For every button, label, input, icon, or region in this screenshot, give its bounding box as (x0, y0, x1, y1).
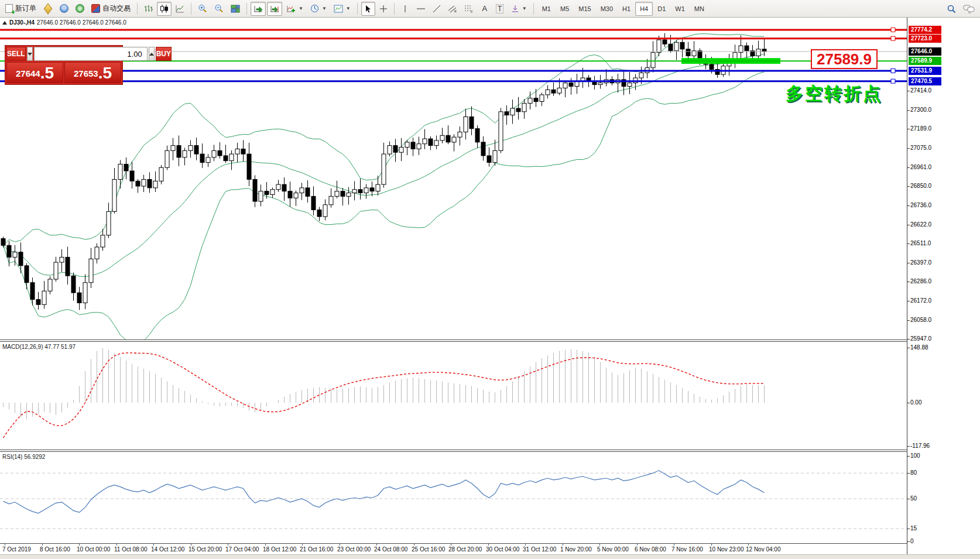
rsi-pane[interactable] (0, 452, 907, 543)
window-bottom-strip (0, 554, 980, 559)
periods-button[interactable]: ▼ (307, 2, 330, 16)
candle-body (323, 205, 327, 217)
timeframe-H1[interactable]: H1 (618, 2, 635, 16)
candle-body (148, 179, 152, 187)
main-price-pane[interactable] (0, 18, 907, 339)
zoom-in-button[interactable] (195, 2, 210, 16)
line-chart-button[interactable] (173, 2, 187, 16)
timeframe-M30[interactable]: M30 (596, 2, 618, 16)
zoom-out-button[interactable] (211, 2, 227, 16)
candle-body (235, 149, 239, 154)
sell-price-button[interactable]: 27644 .5 (6, 62, 63, 83)
timeframe-W1[interactable]: W1 (670, 2, 690, 16)
crosshair-button[interactable] (376, 2, 390, 16)
price-tickmark (907, 225, 910, 225)
timeframe-M5[interactable]: M5 (556, 2, 574, 16)
line-chart-icon (176, 5, 184, 13)
crosshair-icon (379, 5, 388, 13)
timeframe-M15[interactable]: M15 (574, 2, 595, 16)
equidistant-channel-button[interactable]: E (445, 2, 460, 16)
timeframe-H4[interactable]: H4 (635, 2, 653, 16)
clock-icon (310, 4, 319, 13)
candlestick-chart-button[interactable] (157, 2, 172, 16)
buy-button[interactable]: BUY (156, 47, 172, 61)
candle-body (165, 150, 169, 167)
price-axis[interactable]: 27414.027300.027189.027075.026961.026850… (907, 18, 980, 554)
timeframe-D1[interactable]: D1 (653, 2, 670, 16)
buy-price-button[interactable]: 27653 .5 (64, 62, 121, 83)
candle-body (270, 190, 275, 195)
timeframe-MN[interactable]: MN (690, 2, 709, 16)
horizontal-line-button[interactable] (413, 2, 429, 16)
candle-body (563, 83, 567, 88)
macd-pane[interactable] (0, 342, 907, 450)
volume-increase-button[interactable] (149, 47, 155, 61)
symbol-period-label: DJ30-,H4 (9, 19, 35, 26)
new-order-icon: + (5, 4, 13, 13)
candle-body (341, 191, 345, 197)
candle-body (224, 156, 228, 161)
price-tick: 27189.0 (910, 125, 931, 132)
label-tool-button[interactable]: T (493, 2, 507, 16)
market-button[interactable] (40, 2, 56, 16)
price-tickmark (907, 301, 910, 301)
candle-body (36, 300, 40, 305)
price-tickmark (907, 110, 910, 111)
add-indicator-icon (286, 5, 296, 13)
macd-label: MACD(12,26,9) 47.77 51.97 (2, 344, 76, 350)
pane-splitter[interactable] (0, 450, 980, 452)
bar-chart-button[interactable] (141, 2, 156, 16)
candle-body (458, 132, 462, 138)
price-level-label: 27589.9 (909, 57, 941, 65)
trendline-button[interactable] (430, 2, 444, 16)
text-tool-button[interactable]: A (478, 2, 492, 16)
fibonacci-button[interactable]: F (461, 2, 477, 16)
tile-windows-button[interactable] (228, 2, 243, 16)
candle-body (546, 90, 550, 95)
candle-body (464, 117, 468, 132)
line-handle[interactable] (891, 68, 895, 73)
trendline-icon (433, 5, 441, 13)
price-tickmark (907, 148, 910, 149)
time-tickmark (525, 544, 526, 546)
timeframe-M1[interactable]: M1 (537, 2, 556, 16)
candle-body (42, 291, 46, 304)
candle-body (294, 193, 298, 198)
zoom-out-icon (214, 4, 224, 13)
candle-body (177, 146, 181, 157)
news-button[interactable] (73, 2, 87, 16)
pane-splitter[interactable] (0, 339, 980, 342)
indicators-button[interactable]: ▼ (283, 2, 306, 16)
chat-icon (963, 4, 975, 13)
chart-shift-button[interactable] (267, 2, 282, 16)
chart-window[interactable]: DJ30-,H4 27646.0 27646.0 27646.0 27646.0… (0, 18, 980, 559)
shapes-button[interactable]: ▼ (508, 2, 530, 16)
collapse-panel-icon[interactable] (2, 21, 7, 25)
time-tick: 25 Oct 16:00 (412, 546, 445, 553)
toolbar-separator (357, 3, 358, 15)
chat-button[interactable] (960, 2, 978, 16)
autoscroll-button[interactable] (251, 2, 266, 16)
cursor-icon (365, 5, 372, 13)
candle-body (651, 53, 655, 68)
macd-tick: 148.88 (910, 344, 928, 351)
candle-body (551, 90, 556, 93)
line-handle[interactable] (891, 79, 895, 83)
cursor-button[interactable] (361, 2, 375, 16)
time-tickmark (265, 544, 266, 546)
line-handle[interactable] (891, 36, 895, 40)
volume-input[interactable] (34, 47, 148, 61)
signals-button[interactable] (57, 2, 71, 16)
templates-button[interactable]: ▼ (331, 2, 354, 16)
new-order-button[interactable]: + 新订单 (2, 2, 39, 16)
market-icon (44, 3, 53, 14)
autotrading-button[interactable]: 自动交易 (88, 2, 133, 16)
vertical-line-button[interactable] (398, 2, 412, 16)
search-button[interactable] (944, 2, 959, 16)
sell-button[interactable]: SELL (6, 47, 26, 61)
line-handle[interactable] (891, 28, 895, 32)
time-tickmark (79, 544, 80, 546)
price-tick: 26622.0 (910, 221, 931, 228)
volume-decrease-button[interactable] (27, 47, 33, 61)
time-axis[interactable]: 7 Oct 20198 Oct 16:0010 Oct 00:0011 Oct … (0, 543, 907, 555)
